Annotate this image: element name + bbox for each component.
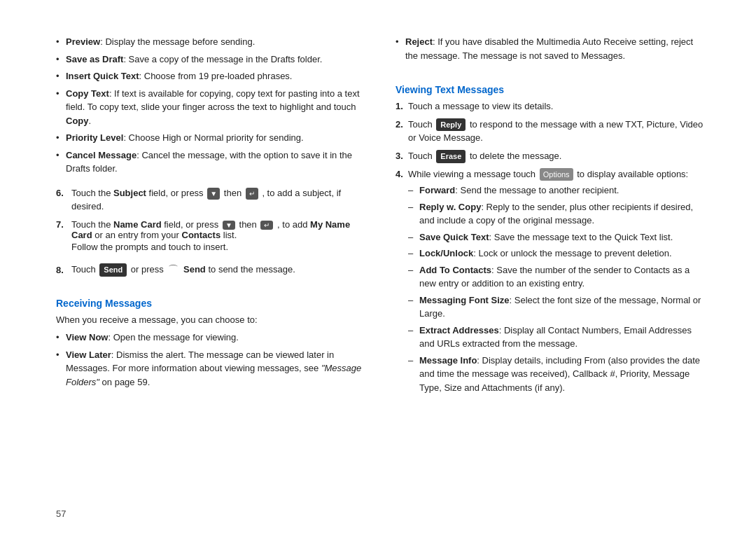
bullet-list-features: Preview: Display the message before send… xyxy=(56,35,368,179)
subject-bold: Subject xyxy=(113,188,146,198)
list-item: Priority Level: Choose High or Normal pr… xyxy=(56,131,368,145)
step-8-num: 8. xyxy=(56,263,71,277)
receiving-bullet-list: View Now: Open the message for viewing. … xyxy=(56,331,368,392)
viewnow-text: : Open the message for viewing. xyxy=(108,332,238,342)
viewing-text-messages-title: Viewing Text Messages xyxy=(396,84,707,95)
bold-label: Cancel Message xyxy=(66,150,136,160)
step-2-content: Touch Reply to respond to the message wi… xyxy=(408,118,707,145)
step-1: 1. Touch a message to view its details. xyxy=(396,99,707,113)
step-6: 6. Touch the Subject field, or press ▼ t… xyxy=(56,186,368,214)
forward-bold: Forward xyxy=(419,185,455,195)
viewlater-bold: View Later xyxy=(66,349,111,360)
item-text: : If text is available for copying, copy… xyxy=(66,88,360,126)
right-column: Reject: If you have disabled the Multime… xyxy=(396,35,707,505)
step-7-content: Touch the Name Card field, or press ▼ th… xyxy=(71,219,368,240)
dash-item-reply-copy: Reply w. Copy: Reply to the sender, plus… xyxy=(408,200,707,228)
send-bold: Send xyxy=(183,264,206,275)
message-folders-italic: "Message Folders" xyxy=(66,363,361,387)
viewnow-bold: View Now xyxy=(66,332,108,342)
reject-text: : If you have disabled the Multimedia Au… xyxy=(405,36,693,61)
send-button-label: Send xyxy=(99,263,127,277)
contacts-bold: Contacts xyxy=(182,230,221,240)
namecard-bold: Name Card xyxy=(113,219,162,230)
reply-button: Reply xyxy=(436,118,465,132)
reply-copy-bold: Reply w. Copy xyxy=(419,202,481,212)
dash-item-extract: Extract Addresses: Display all Contact N… xyxy=(408,324,707,351)
list-item: Copy Text: If text is available for copy… xyxy=(56,87,368,128)
page: Preview: Display the message before send… xyxy=(0,0,756,540)
bold-label: Copy Text xyxy=(66,88,109,99)
then-label-7: then xyxy=(239,219,260,230)
item-text: : Display the message before sending. xyxy=(100,36,255,47)
step-2: 2. Touch Reply to respond to the message… xyxy=(396,118,707,145)
page-number: 57 xyxy=(56,508,66,519)
list-item-viewlater: View Later: Dismiss the alert. The messa… xyxy=(56,348,368,389)
step-7-continuation: Follow the prompts and touch to insert. xyxy=(56,240,368,254)
step-1-content: Touch a message to view its details. xyxy=(408,99,707,113)
list-item: Cancel Message: Cancel the message, with… xyxy=(56,148,368,176)
step-1-num: 1. xyxy=(396,99,408,113)
options-button: Options xyxy=(540,168,573,181)
viewing-steps-list: 1. Touch a message to view its details. … xyxy=(396,99,707,401)
then-label-6: then xyxy=(224,188,244,198)
list-item: Preview: Display the message before send… xyxy=(56,35,368,49)
receiving-messages-title: Receiving Messages xyxy=(56,298,368,309)
step-4: 4. While viewing a message touch Options… xyxy=(396,167,707,398)
bold-label: Preview xyxy=(66,36,100,47)
step-2-num: 2. xyxy=(396,118,408,145)
bold-label: Priority Level xyxy=(66,132,123,143)
enter-icon-2: ↵ xyxy=(260,221,273,230)
arrow-down-icon: ▼ xyxy=(207,188,220,200)
dash-item-forward: Forward: Send the message to another rec… xyxy=(408,184,707,198)
message-info-bold: Message Info xyxy=(419,355,477,366)
dash-item-font-size: Messaging Font Size: Select the font siz… xyxy=(408,293,707,321)
list-item: Insert Quick Text: Choose from 19 pre-lo… xyxy=(56,69,368,83)
save-quick-bold: Save Quick Text xyxy=(419,232,489,242)
enter-icon: ↵ xyxy=(246,188,258,200)
item-text: : Choose from 19 pre-loaded phrases. xyxy=(139,71,293,81)
step-3: 3. Touch Erase to delete the message. xyxy=(396,149,707,163)
reject-bold: Reject xyxy=(405,36,433,47)
list-item-reject: Reject: If you have disabled the Multime… xyxy=(396,35,707,62)
add-contacts-bold: Add To Contacts xyxy=(419,265,491,275)
save-quick-text: : Save the message text to the Quick Tex… xyxy=(489,232,673,242)
left-column: Preview: Display the message before send… xyxy=(56,35,368,505)
reject-bullet-list: Reject: If you have disabled the Multime… xyxy=(396,35,707,66)
bold-label: Insert Quick Text xyxy=(66,71,139,81)
step-6-content: Touch the Subject field, or press ▼ then… xyxy=(71,186,368,214)
item-text: : Choose High or Normal priority for sen… xyxy=(123,132,303,143)
forward-text: : Send the message to another recipient. xyxy=(455,185,619,195)
bold-label: Save as Draft xyxy=(66,54,123,64)
options-dash-list: Forward: Send the message to another rec… xyxy=(408,184,707,394)
step-7: 7. Touch the Name Card field, or press ▼… xyxy=(56,219,368,257)
step-3-content: Touch Erase to delete the message. xyxy=(408,149,707,163)
step-4-content: While viewing a message touch Options to… xyxy=(408,167,707,398)
dash-item-lock-unlock: Lock/Unlock: Lock or unlock the message … xyxy=(408,247,707,261)
step-8: 8. Touch Send or press ⌒ Send to send th… xyxy=(56,262,368,278)
extract-bold: Extract Addresses xyxy=(419,325,499,335)
copy-bold: Copy xyxy=(66,116,89,126)
lock-unlock-text: : Lock or unlock the message to prevent … xyxy=(473,248,671,258)
step-4-num: 4. xyxy=(396,167,408,398)
dash-item-add-contacts: Add To Contacts: Save the number of the … xyxy=(408,263,707,291)
item-text: : Save a copy of the message in the Draf… xyxy=(123,54,322,64)
dash-item-save-quick-text: Save Quick Text: Save the message text t… xyxy=(408,230,707,244)
step-7-num: 7. xyxy=(56,219,71,230)
receiving-intro: When you receive a message, you can choo… xyxy=(56,313,368,327)
font-size-bold: Messaging Font Size xyxy=(419,295,510,305)
lock-unlock-bold: Lock/Unlock xyxy=(419,248,473,258)
send-wave-icon: ⌒ xyxy=(168,262,178,278)
arrow-down-icon-2: ▼ xyxy=(223,221,235,230)
step-6-num: 6. xyxy=(56,186,71,200)
list-item-viewnow: View Now: Open the message for viewing. xyxy=(56,331,368,345)
dash-item-message-info: Message Info: Display details, including… xyxy=(408,354,707,395)
erase-button: Erase xyxy=(436,150,465,163)
step-8-content: Touch Send or press ⌒ Send to send the m… xyxy=(71,262,295,278)
step-3-num: 3. xyxy=(396,149,408,163)
list-item: Save as Draft: Save a copy of the messag… xyxy=(56,53,368,67)
